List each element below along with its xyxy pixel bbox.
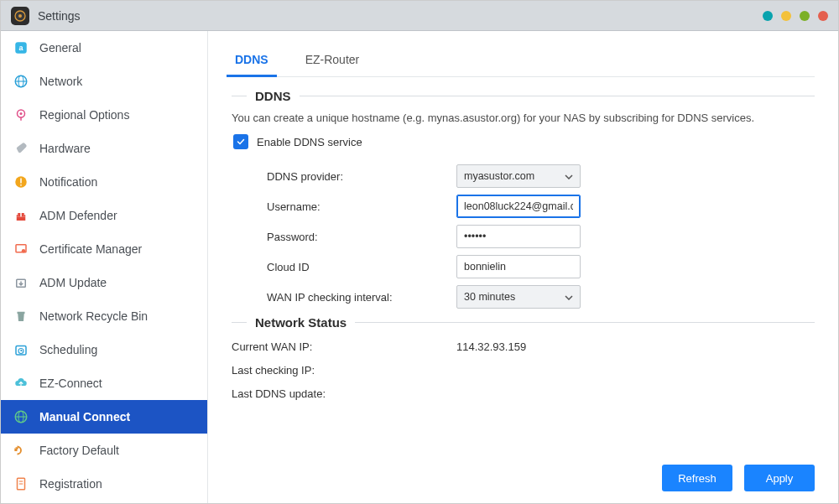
sidebar-item-label: ADM Defender (39, 209, 117, 222)
sidebar-item-label: General (39, 41, 81, 55)
schedule-icon (13, 341, 29, 358)
sidebar-item-label: Scheduling (39, 343, 97, 356)
sidebar-item-factory-default[interactable]: Factory Default (1, 434, 207, 467)
defender-icon (13, 207, 29, 224)
sidebar-item-label: Network Recycle Bin (39, 309, 148, 323)
enable-ddns-checkbox-row[interactable]: Enable DDNS service (233, 134, 815, 149)
titlebar: Settings (1, 1, 838, 31)
sidebar-item-network[interactable]: Network (1, 65, 207, 98)
wan-interval-value: 30 minutes (464, 291, 515, 303)
svg-rect-16 (24, 215, 26, 216)
svg-point-1 (18, 14, 22, 18)
notification-icon (13, 174, 29, 190)
window-control-dot[interactable] (781, 11, 791, 21)
sidebar-item-label: Hardware (39, 142, 91, 155)
sidebar-item-label: ADM Update (39, 276, 107, 289)
ddns-section-title: DDNS (255, 89, 291, 103)
current-wan-ip-value: 114.32.93.159 (456, 340, 526, 353)
window-control-dot[interactable] (818, 11, 828, 21)
ddns-form: DDNS provider: myasustor.com Username: (267, 161, 815, 312)
update-icon (13, 274, 29, 291)
sidebar-item-label: Factory Default (39, 444, 119, 457)
sidebar: a General Network Regional Options Hardw… (1, 31, 208, 504)
settings-gear-icon (11, 7, 29, 25)
footer-buttons: Refresh Apply (662, 465, 815, 491)
tabs: DDNS EZ-Router (232, 31, 815, 77)
chevron-down-icon (565, 170, 573, 182)
network-icon (13, 73, 29, 90)
general-icon: a (13, 39, 29, 56)
sidebar-item-manual-connect[interactable]: Manual Connect (1, 400, 207, 434)
username-label: Username: (267, 200, 456, 213)
cert-icon (13, 241, 29, 257)
svg-point-18 (22, 249, 26, 253)
sidebar-item-defender[interactable]: ADM Defender (1, 199, 207, 232)
svg-rect-11 (20, 184, 22, 186)
svg-rect-12 (17, 217, 26, 221)
window-control-dot[interactable] (800, 11, 810, 21)
sidebar-item-label: EZ-Connect (39, 377, 102, 390)
sidebar-item-label: Notification (39, 175, 97, 189)
sidebar-item-label: Regional Options (39, 108, 129, 122)
manual-icon (13, 408, 29, 425)
tab-ddns[interactable]: DDNS (232, 46, 272, 76)
last-ddns-update-label: Last DDNS update: (232, 387, 456, 400)
current-wan-ip-label: Current WAN IP: (232, 340, 456, 353)
section-ddns: DDNS You can create a unique hostname (e… (232, 89, 815, 312)
ezconnect-icon (13, 375, 29, 392)
registration-icon (13, 475, 29, 492)
wan-interval-label: WAN IP checking interval: (267, 291, 456, 304)
window-control-dot[interactable] (763, 11, 773, 21)
sidebar-item-hardware[interactable]: Hardware (1, 132, 207, 165)
sidebar-item-label: Registration (39, 477, 102, 491)
sidebar-item-general[interactable]: a General (1, 31, 207, 65)
enable-ddns-label: Enable DDNS service (257, 136, 362, 148)
sidebar-item-certificate[interactable]: Certificate Manager (1, 232, 207, 266)
sidebar-item-update[interactable]: ADM Update (1, 266, 207, 299)
section-network-status: Network Status Current WAN IP: 114.32.93… (232, 315, 815, 405)
recycle-icon (13, 308, 29, 325)
cloudid-label: Cloud ID (267, 261, 456, 273)
provider-select[interactable]: myasustor.com (456, 164, 581, 188)
window-controls (763, 11, 828, 21)
provider-label: DDNS provider: (267, 170, 456, 183)
svg-rect-15 (17, 215, 18, 216)
window-title: Settings (38, 9, 81, 23)
checkbox-checked-icon[interactable] (233, 134, 248, 149)
wan-interval-select[interactable]: 30 minutes (456, 285, 581, 309)
ddns-description: You can create a unique hostname (e.g. m… (232, 112, 815, 124)
sidebar-item-notification[interactable]: Notification (1, 165, 207, 199)
provider-value: myasustor.com (464, 170, 534, 182)
tab-ez-router[interactable]: EZ-Router (302, 46, 363, 76)
svg-rect-10 (20, 179, 22, 184)
sidebar-item-ez-connect[interactable]: EZ-Connect (1, 366, 207, 400)
refresh-button[interactable]: Refresh (662, 465, 732, 491)
svg-rect-14 (22, 213, 24, 217)
svg-rect-20 (18, 312, 25, 314)
sidebar-item-regional[interactable]: Regional Options (1, 98, 207, 132)
cloudid-input[interactable] (456, 255, 581, 278)
username-input[interactable] (456, 195, 581, 218)
sidebar-item-label: Certificate Manager (39, 242, 142, 256)
network-status-title: Network Status (255, 315, 347, 330)
svg-point-8 (20, 112, 23, 115)
sidebar-item-recycle[interactable]: Network Recycle Bin (1, 299, 207, 333)
sidebar-item-scheduling[interactable]: Scheduling (1, 333, 207, 366)
sidebar-item-label: Manual Connect (39, 410, 130, 423)
apply-button[interactable]: Apply (744, 465, 815, 491)
password-label: Password: (267, 231, 456, 243)
regional-icon (13, 107, 29, 123)
last-checking-ip-label: Last checking IP: (232, 364, 456, 377)
sidebar-item-label: Network (39, 75, 82, 88)
hardware-icon (13, 140, 29, 157)
sidebar-item-registration[interactable]: Registration (1, 467, 207, 501)
svg-rect-13 (18, 213, 20, 217)
factory-icon (13, 442, 29, 459)
chevron-down-icon (565, 291, 573, 303)
password-input[interactable] (456, 225, 581, 248)
main-panel: DDNS EZ-Router DDNS You can create a uni… (208, 31, 838, 504)
